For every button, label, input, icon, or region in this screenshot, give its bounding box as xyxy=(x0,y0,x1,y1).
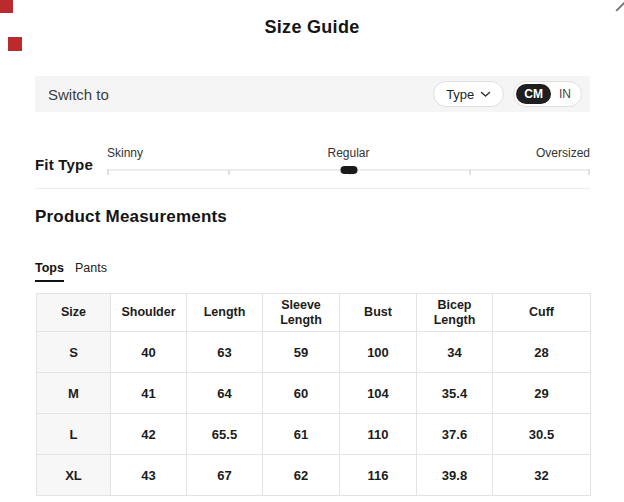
column-header-length: Length xyxy=(187,294,263,332)
size-cell: S xyxy=(37,332,111,373)
column-header-bust: Bust xyxy=(340,294,417,332)
value-cell: 63 xyxy=(187,332,263,373)
value-cell: 30.5 xyxy=(493,414,591,455)
value-cell: 37.6 xyxy=(417,414,493,455)
value-cell: 60 xyxy=(263,373,340,414)
fit-type-label: Fit Type xyxy=(35,156,93,173)
section-divider xyxy=(35,188,590,189)
slider-tick xyxy=(469,169,471,175)
switch-to-label: Switch to xyxy=(48,86,109,103)
measurements-table: Size Shoulder Length Sleeve Length Bust … xyxy=(36,293,591,496)
type-dropdown-label: Type xyxy=(446,87,474,102)
unit-toggle: CM IN xyxy=(513,81,582,107)
size-cell: L xyxy=(37,414,111,455)
value-cell: 116 xyxy=(340,455,417,496)
table-row: XL 43 67 62 116 39.8 32 xyxy=(37,455,591,496)
size-cell: XL xyxy=(37,455,111,496)
placeholder-square-icon xyxy=(8,37,22,51)
slider-tick xyxy=(228,169,230,175)
value-cell: 43 xyxy=(111,455,187,496)
type-dropdown[interactable]: Type xyxy=(433,81,504,107)
value-cell: 110 xyxy=(340,414,417,455)
value-cell: 29 xyxy=(493,373,591,414)
value-cell: 59 xyxy=(263,332,340,373)
fit-type-slider[interactable]: Skinny Regular Oversized xyxy=(107,146,590,178)
value-cell: 28 xyxy=(493,332,591,373)
page-title: Size Guide xyxy=(0,17,624,38)
table-row: M 41 64 60 104 35.4 29 xyxy=(37,373,591,414)
tab-pants[interactable]: Pants xyxy=(75,261,107,282)
value-cell: 100 xyxy=(340,332,417,373)
value-cell: 64 xyxy=(187,373,263,414)
value-cell: 41 xyxy=(111,373,187,414)
fit-type-options: Skinny Regular Oversized xyxy=(107,146,590,160)
value-cell: 42 xyxy=(111,414,187,455)
table-row: L 42 65.5 61 110 37.6 30.5 xyxy=(37,414,591,455)
tab-tops[interactable]: Tops xyxy=(35,261,64,282)
size-cell: M xyxy=(37,373,111,414)
value-cell: 39.8 xyxy=(417,455,493,496)
column-header-sleeve-length: Sleeve Length xyxy=(263,294,340,332)
value-cell: 61 xyxy=(263,414,340,455)
column-header-size: Size xyxy=(37,294,111,332)
slider-tick xyxy=(588,169,590,175)
size-guide-modal: Size Guide Switch to Type CM IN Fit Type… xyxy=(0,0,624,502)
value-cell: 35.4 xyxy=(417,373,493,414)
value-cell: 67 xyxy=(187,455,263,496)
table-header-row: Size Shoulder Length Sleeve Length Bust … xyxy=(37,294,591,332)
switch-to-bar: Switch to Type CM IN xyxy=(35,76,590,112)
slider-thumb[interactable] xyxy=(340,166,357,174)
column-header-cuff: Cuff xyxy=(493,294,591,332)
fit-option-oversized: Oversized xyxy=(536,146,590,160)
fit-option-regular: Regular xyxy=(327,146,369,160)
table-row: S 40 63 59 100 34 28 xyxy=(37,332,591,373)
unit-option-in[interactable]: IN xyxy=(551,84,579,104)
value-cell: 34 xyxy=(417,332,493,373)
slider-tick xyxy=(107,169,109,175)
product-measurements-heading: Product Measurements xyxy=(35,207,227,227)
category-tabs: Tops Pants xyxy=(35,261,107,282)
placeholder-square-icon xyxy=(0,0,13,13)
value-cell: 32 xyxy=(493,455,591,496)
value-cell: 40 xyxy=(111,332,187,373)
unit-option-cm[interactable]: CM xyxy=(516,84,551,104)
value-cell: 62 xyxy=(263,455,340,496)
fit-option-skinny: Skinny xyxy=(107,146,143,160)
value-cell: 65.5 xyxy=(187,414,263,455)
column-header-shoulder: Shoulder xyxy=(111,294,187,332)
chevron-down-icon xyxy=(480,91,491,98)
switch-bar-controls: Type CM IN xyxy=(433,81,582,107)
value-cell: 104 xyxy=(340,373,417,414)
column-header-bicep-length: Bicep Length xyxy=(417,294,493,332)
close-icon[interactable] xyxy=(616,0,624,11)
